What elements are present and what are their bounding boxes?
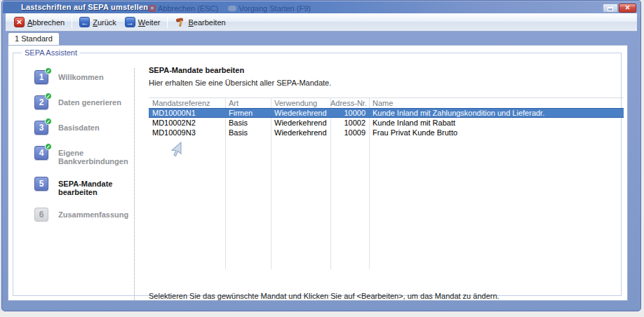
table-cell: Wiederkehrend	[271, 118, 330, 128]
restore-button[interactable]	[603, 4, 618, 13]
table-cell: Kunde Inland mit Rabatt	[369, 118, 624, 128]
table-cell: Wiederkehrend	[271, 128, 330, 137]
forward-icon: →	[125, 17, 135, 27]
check-icon: ✓	[45, 143, 52, 150]
mandate-table: MandatsreferenzArtVerwendungAdress-Nr.Na…	[149, 97, 624, 269]
step-label: Zusammenfassung	[58, 208, 131, 219]
table-cell: Basis	[225, 118, 271, 128]
table-row[interactable]: MD10002N2BasisWiederkehrend10002Kunde In…	[149, 118, 624, 128]
cancel-icon: ✕	[14, 17, 25, 27]
background-toolbar: ✕ Abbrechen (ESC) Vorgang Starten (F9)	[149, 4, 311, 13]
wizard-step-5[interactable]: 5SEPA-Mandate bearbeiten	[34, 177, 131, 196]
page-subtitle: Hier erhalten Sie eine Übersicht aller S…	[149, 79, 331, 87]
sidebar-separator	[134, 68, 135, 302]
hint-text: Selektieren Sie das gewünschte Mandat un…	[149, 292, 499, 300]
close-icon: ✕	[625, 4, 631, 11]
step-number-badge: 2✓	[34, 95, 48, 109]
step-label: Eigene Bankverbindungen	[58, 146, 131, 166]
table-cell: 10000	[330, 108, 369, 118]
step-label: Basisdaten	[58, 121, 131, 132]
back-icon: ←	[79, 17, 90, 27]
step-number-badge: 1✓	[34, 70, 48, 84]
table-row[interactable]: MD10009N3BasisWiederkehrend10009Frau Pri…	[149, 128, 624, 137]
table-cell: MD10000N1	[149, 108, 225, 118]
column-header-adress-nr-[interactable]: Adress-Nr.	[330, 98, 369, 108]
background-start-button: Vorgang Starten (F9)	[228, 4, 311, 13]
column-header-name[interactable]: Name	[369, 98, 624, 108]
table-cell: Kunde Inland mit Zahlungskondition und L…	[369, 108, 624, 118]
step-number-badge: 3✓	[34, 121, 48, 135]
table-cell: MD10009N3	[149, 128, 225, 137]
toolbar: ✕Abbrechen←Zurück→WeiterBearbeiten	[6, 13, 637, 32]
wizard-step-6[interactable]: 6Zusammenfassung	[34, 208, 131, 222]
title-bar: Lastschriften auf SEPA umstellen ✕ Abbre…	[3, 1, 640, 13]
step-label: Daten generieren	[58, 95, 131, 107]
main-panel: SEPA-Mandate bearbeiten Hier erhalten Si…	[143, 53, 618, 295]
table-cell: Firmen	[225, 108, 271, 118]
dialog-window: Lastschriften auf SEPA umstellen ✕ Abbre…	[1, 0, 641, 311]
table-cell: 10009	[330, 128, 369, 137]
wizard-step-1[interactable]: 1✓Willkommen	[34, 70, 131, 84]
toolbar-button-label: Abbrechen	[27, 18, 65, 27]
toolbar-button-label: Zurück	[93, 18, 116, 27]
table-cell: Wiederkehrend	[271, 108, 330, 118]
table-header-row: MandatsreferenzArtVerwendungAdress-Nr.Na…	[149, 98, 624, 108]
check-icon: ✓	[45, 67, 52, 74]
close-button[interactable]: ✕	[619, 4, 636, 13]
step-label: Willkommen	[58, 70, 131, 81]
table-row[interactable]: MD10000N1FirmenWiederkehrend10000Kunde I…	[149, 108, 624, 118]
table-cell: Frau Privat Kunde Brutto	[369, 128, 624, 137]
toolbar-button-label: Bearbeiten	[188, 18, 225, 27]
weiter-button[interactable]: →Weiter	[121, 15, 165, 29]
step-label: SEPA-Mandate bearbeiten	[58, 177, 131, 196]
zurück-button[interactable]: ←Zurück	[75, 15, 121, 29]
start-icon	[228, 6, 236, 11]
toolbar-separator	[167, 17, 168, 28]
check-icon: ✓	[45, 118, 52, 125]
cancel-icon: ✕	[149, 5, 156, 12]
table-cell: Basis	[225, 128, 271, 137]
table-body: MD10000N1FirmenWiederkehrend10000Kunde I…	[149, 108, 624, 137]
column-header-art[interactable]: Art	[225, 98, 271, 108]
toolbar-button-label: Weiter	[138, 18, 161, 27]
check-icon: ✓	[45, 93, 52, 100]
column-header-mandatsreferenz[interactable]: Mandatsreferenz	[149, 98, 225, 108]
step-number-badge: 5	[34, 177, 48, 191]
table-cell: 10002	[330, 118, 369, 128]
abbrechen-button[interactable]: ✕Abbrechen	[10, 15, 69, 29]
table-cell: MD10002N2	[149, 118, 225, 128]
window-title: Lastschriften auf SEPA umstellen	[21, 3, 148, 11]
groupbox-label: SEPA Assistent	[22, 48, 80, 57]
step-number-badge: 6	[34, 208, 48, 222]
tab-standard[interactable]: 1 Standard	[8, 32, 60, 45]
column-header-verwendung[interactable]: Verwendung	[271, 98, 330, 108]
wizard-content: SEPA Assistent 1✓Willkommen2✓Daten gener…	[8, 45, 628, 301]
wizard-step-3[interactable]: 3✓Basisdaten	[34, 121, 131, 135]
tab-strip: 1 Standard	[8, 32, 60, 45]
restore-icon	[608, 7, 613, 11]
mouse-cursor-icon	[168, 141, 185, 159]
page-title: SEPA-Mandate bearbeiten	[149, 66, 244, 74]
background-cancel-label: Abbrechen (ESC)	[158, 4, 218, 13]
step-number-badge: 4✓	[34, 146, 48, 160]
background-cancel-button: ✕ Abbrechen (ESC)	[149, 4, 218, 13]
sepa-assistent-groupbox: SEPA Assistent 1✓Willkommen2✓Daten gener…	[13, 53, 622, 296]
edit-icon	[175, 17, 185, 27]
wizard-step-2[interactable]: 2✓Daten generieren	[34, 95, 131, 109]
wizard-step-4[interactable]: 4✓Eigene Bankverbindungen	[34, 146, 131, 166]
wizard-steps: 1✓Willkommen2✓Daten generieren3✓Basisdat…	[34, 70, 131, 222]
toolbar-separator	[72, 17, 72, 28]
background-start-label: Vorgang Starten (F9)	[239, 4, 311, 13]
bearbeiten-button[interactable]: Bearbeiten	[170, 15, 229, 29]
